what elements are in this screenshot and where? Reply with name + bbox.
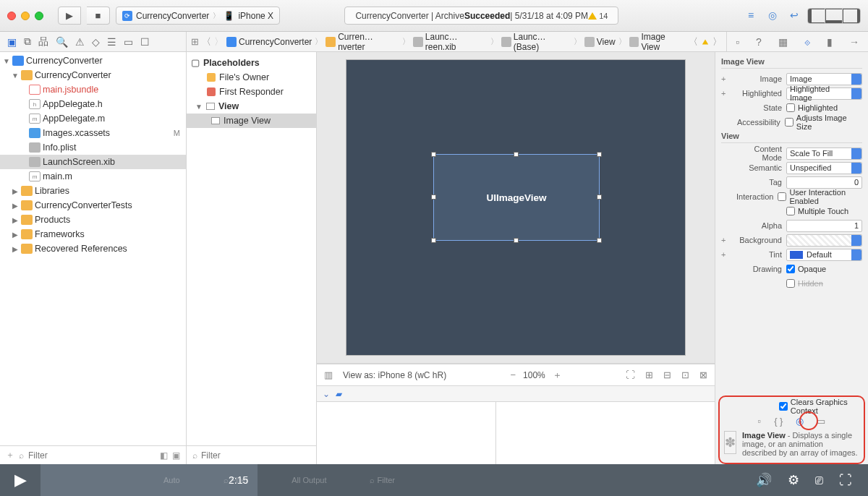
tree-file-appdel-m[interactable]: mAppDelegate.m: [0, 111, 186, 126]
resize-handle[interactable]: [431, 152, 436, 157]
align-icon[interactable]: ⊞: [645, 369, 653, 380]
debug-navigator-icon[interactable]: ☰: [107, 36, 116, 48]
identity-inspector-icon[interactable]: ▦: [778, 36, 788, 48]
pip-icon[interactable]: ⎚: [815, 473, 823, 488]
prev-issue-button[interactable]: 〈: [689, 35, 698, 48]
close-window[interactable]: [7, 12, 16, 20]
outline-filter-input[interactable]: [201, 450, 310, 461]
resolve-issues-icon[interactable]: ⊡: [681, 369, 689, 380]
tree-file-launchscreen[interactable]: LaunchScreen.xib: [0, 155, 186, 169]
size-inspector-icon[interactable]: ▮: [827, 36, 833, 48]
related-items-icon[interactable]: ⊞: [191, 36, 199, 47]
jb-seg-4[interactable]: View: [597, 37, 616, 47]
selected-uiimageview[interactable]: UIImageView: [433, 154, 600, 241]
constraints-icon[interactable]: ⊠: [699, 369, 707, 380]
toggle-utilities[interactable]: [843, 9, 860, 23]
minimize-window[interactable]: [21, 12, 30, 20]
tree-project-row[interactable]: ▼CurrencyConverter: [0, 54, 186, 68]
resize-handle[interactable]: [431, 238, 436, 243]
forward-button[interactable]: 〉: [214, 35, 224, 48]
breakpoint-flag-icon[interactable]: ▰: [336, 389, 342, 399]
tint-combo[interactable]: Default: [786, 249, 862, 261]
jb-seg-1[interactable]: Curren…nverter: [338, 32, 399, 52]
resize-handle[interactable]: [597, 238, 602, 243]
back-button[interactable]: 〈: [202, 35, 211, 48]
code-snippet-library-icon[interactable]: { }: [774, 416, 783, 427]
fullscreen-icon[interactable]: ⛶: [839, 473, 852, 488]
debug-disclosure-icon[interactable]: ⌄: [323, 389, 330, 399]
tree-file-plist[interactable]: Info.plist: [0, 140, 186, 155]
scm-filter-icon[interactable]: ▣: [172, 450, 180, 461]
stop-button[interactable]: ■: [87, 7, 110, 25]
image-combo[interactable]: Image: [786, 73, 862, 85]
highlighted-combo[interactable]: Highlighted Image: [786, 87, 862, 100]
next-issue-button[interactable]: 〉: [712, 35, 722, 48]
report-navigator-icon[interactable]: ☐: [140, 36, 150, 48]
navigator-filter-input[interactable]: [28, 450, 156, 461]
tree-folder-frameworks[interactable]: ▶Frameworks: [0, 227, 186, 241]
test-navigator-icon[interactable]: ◇: [92, 36, 100, 48]
semantic-combo[interactable]: Unspecified: [786, 162, 862, 174]
resize-handle[interactable]: [431, 194, 436, 200]
file-inspector-icon[interactable]: ▫: [736, 36, 739, 48]
alpha-field[interactable]: 1: [786, 220, 862, 232]
jb-seg-0[interactable]: CurrencyConverter: [239, 37, 312, 47]
toggle-navigator[interactable]: [808, 9, 825, 23]
symbol-navigator-icon[interactable]: 品: [38, 35, 48, 48]
ib-canvas[interactable]: UIImageView: [317, 52, 715, 364]
chk-opaque[interactable]: Opaque: [786, 265, 826, 273]
issue-navigator-icon[interactable]: ⚠: [75, 36, 85, 48]
chk-highlighted[interactable]: Highlighted: [786, 103, 838, 112]
outline-first-responder[interactable]: First Responder: [187, 85, 316, 99]
tree-file-main-m[interactable]: mmain.m: [0, 169, 186, 184]
resize-handle[interactable]: [514, 152, 519, 157]
resize-handle[interactable]: [514, 238, 519, 243]
tree-folder-libraries[interactable]: ▶Libraries: [0, 184, 186, 198]
view-as-label[interactable]: View as: iPhone 8 (wC hR): [343, 370, 446, 380]
connections-inspector-icon[interactable]: →: [849, 36, 859, 48]
video-progress-track[interactable]: 2:15 Auto ⌕ Filter All Output ⌕ Filter: [41, 464, 740, 496]
editor-version-icon[interactable]: ↩: [786, 8, 803, 22]
tree-group-row[interactable]: ▼CurrencyConverter: [0, 68, 186, 82]
tree-file-appdel-h[interactable]: hAppDelegate.h: [0, 97, 186, 111]
volume-icon[interactable]: 🔊: [756, 472, 772, 488]
video-play-button[interactable]: ▶: [0, 471, 41, 489]
quick-help-icon[interactable]: ?: [756, 36, 762, 48]
resize-handle[interactable]: [597, 152, 602, 157]
library-item-imageview[interactable]: ✽ Image View - Displays a single image, …: [724, 431, 859, 457]
tree-folder-products[interactable]: ▶Products: [0, 213, 186, 227]
outline-files-owner[interactable]: File's Owner: [187, 70, 316, 85]
tree-file-jsbundle[interactable]: main.jsbundle: [0, 82, 186, 97]
find-navigator-icon[interactable]: 🔍: [56, 36, 68, 48]
chk-user-interaction[interactable]: User Interaction Enabled: [778, 188, 862, 205]
attributes-inspector-icon[interactable]: ⟐: [804, 36, 810, 48]
scheme-selector[interactable]: ⟳ CurrencyConverter 〉 📱 iPhone X: [116, 7, 280, 25]
breakpoint-navigator-icon[interactable]: ▭: [124, 36, 133, 48]
file-template-library-icon[interactable]: ▫: [758, 416, 762, 427]
run-button[interactable]: ▶: [58, 7, 81, 25]
embed-in-icon[interactable]: ⛶: [626, 369, 635, 380]
project-navigator-icon[interactable]: ▣: [7, 36, 17, 48]
chk-adjusts-image[interactable]: Adjusts Image Size: [785, 114, 862, 131]
tree-file-xcassets[interactable]: Images.xcassetsM: [0, 126, 186, 140]
chk-hidden[interactable]: Hidden: [786, 279, 823, 288]
background-color-well[interactable]: [786, 234, 862, 247]
chk-multiple-touch[interactable]: Multiple Touch: [786, 207, 848, 215]
content-mode-combo[interactable]: Scale To Fill: [786, 147, 862, 160]
zoom-in-button[interactable]: ＋: [553, 369, 562, 382]
settings-icon[interactable]: ⚙: [788, 472, 799, 488]
warnings-badge[interactable]: 14: [588, 12, 608, 20]
editor-assistant-icon[interactable]: ◎: [764, 8, 781, 22]
outline-image-view-row[interactable]: Image View: [187, 114, 316, 128]
jb-seg-3[interactable]: Launc…(Base): [514, 32, 571, 52]
tag-field[interactable]: 0: [786, 176, 862, 189]
pin-icon[interactable]: ⊟: [663, 369, 671, 380]
jump-bar[interactable]: ⊞ 〈 〉 CurrencyConverter 〉 Curren…nverter…: [187, 32, 727, 51]
recent-filter-icon[interactable]: ◧: [160, 450, 168, 461]
tree-folder-recovered[interactable]: ▶Recovered References: [0, 241, 186, 256]
media-library-icon[interactable]: ▭: [817, 416, 825, 427]
source-control-navigator-icon[interactable]: ⧉: [24, 35, 31, 48]
add-file-icon[interactable]: ＋: [6, 449, 14, 461]
toggle-debug-area[interactable]: [825, 9, 843, 23]
jb-seg-5[interactable]: Image View: [641, 32, 686, 52]
